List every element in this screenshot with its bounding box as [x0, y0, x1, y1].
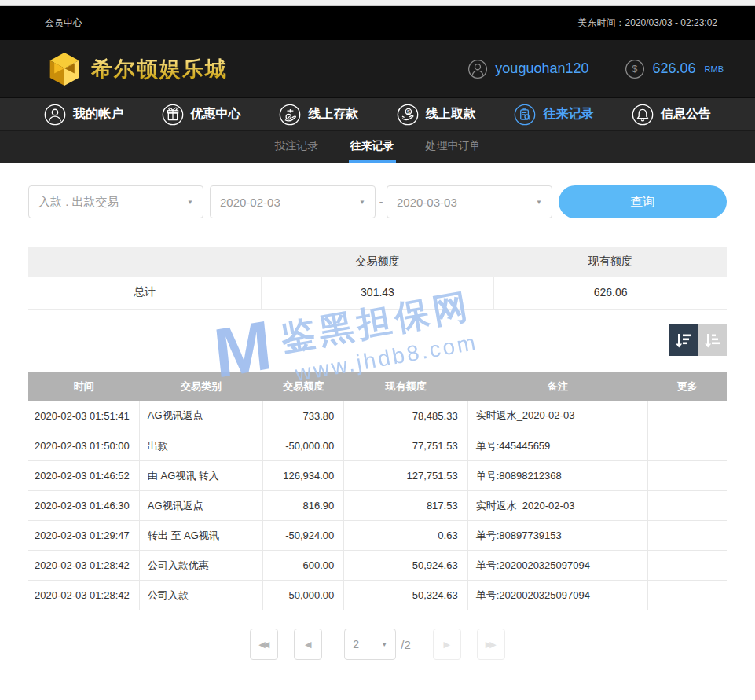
table-row: 2020-02-03 01:51:41 AG视讯返点 733.80 78,485…: [28, 401, 727, 431]
nav-item-transaction-records[interactable]: 往来记录: [514, 104, 593, 126]
nav-item-promotions[interactable]: 优惠中心: [162, 104, 241, 126]
balance-currency: RMB: [705, 64, 724, 74]
records-icon: [514, 104, 536, 126]
col-header-note: 备注: [467, 372, 647, 401]
main-nav: 我的帐户 优惠中心 线上存款: [0, 97, 755, 130]
sort-toolbar: [28, 324, 727, 356]
summary-total-row: 总计 301.43 626.06: [28, 277, 727, 309]
tab-pending-orders[interactable]: 处理中订单: [424, 131, 482, 163]
user-icon: [467, 59, 488, 79]
summary-total-label: 总计: [28, 277, 261, 309]
balance-display: $ 626.06 RMB: [625, 59, 724, 79]
content-area: 入款 . 出款交易 ▼ 2020-02-03 ▼ - 2020-03-03 ▼ …: [0, 185, 755, 660]
filter-row: 入款 . 出款交易 ▼ 2020-02-03 ▼ - 2020-03-03 ▼ …: [28, 185, 727, 218]
topbar: 会员中心 美东时间：2020/03/03 - 02:23:02: [0, 6, 755, 40]
nav-item-my-account[interactable]: 我的帐户: [44, 104, 123, 126]
table-row: 2020-02-03 01:46:30 AG视讯返点 816.90 817.53…: [28, 491, 727, 521]
page-title: 会员中心: [45, 16, 82, 30]
table-row: 2020-02-03 01:28:42 公司入款优惠 600.00 50,924…: [28, 551, 727, 581]
summary-table: 交易额度 现有额度 总计 301.43 626.06: [28, 247, 727, 310]
withdraw-icon: $: [397, 104, 419, 126]
table-row: 2020-02-03 01:50:00 出款 -50,000.00 77,751…: [28, 431, 727, 461]
sort-descending-button[interactable]: [669, 324, 698, 356]
user-account-link[interactable]: youguohan120: [467, 59, 588, 79]
deposit-icon: [279, 104, 301, 126]
tab-transaction-records[interactable]: 往来记录: [349, 131, 396, 163]
summary-total-balance: 626.06: [494, 277, 727, 309]
balance-amount: 626.06: [652, 60, 695, 77]
sort-descending-icon: [674, 331, 693, 350]
search-button[interactable]: 查询: [559, 185, 727, 218]
nav-item-announcements[interactable]: 信息公告: [632, 104, 711, 126]
left-arrow-icon: ◀: [305, 640, 311, 650]
table-row: 2020-02-03 01:29:47 转出 至 AG视讯 -50,924.00…: [28, 521, 727, 551]
double-left-arrow-icon: ◀◀: [258, 640, 267, 650]
last-page-button[interactable]: ▶▶: [477, 629, 505, 660]
summary-header-trade-amount: 交易额度: [261, 247, 493, 277]
site-header: 希尔顿娱乐城 youguohan120 $ 626.06 RMB: [0, 40, 755, 97]
gift-icon: [162, 104, 184, 126]
nav-item-deposit[interactable]: 线上存款: [279, 104, 358, 126]
username: youguohan120: [495, 60, 588, 77]
brand-name: 希尔顿娱乐城: [91, 55, 228, 83]
pagination: ◀◀ ◀ 2 ▼ /2 ▶ ▶▶: [28, 629, 727, 660]
server-time: 美东时间：2020/03/03 - 02:23:02: [578, 16, 717, 30]
col-header-amount: 交易额度: [263, 372, 344, 401]
nav-item-withdraw[interactable]: $ 线上取款: [397, 104, 476, 126]
tab-betting-records[interactable]: 投注记录: [273, 131, 321, 163]
page-total: /2: [401, 638, 411, 651]
table-header-row: 时间 交易类别 交易额度 现有额度 备注 更多: [28, 372, 727, 401]
summary-header-current-balance: 现有额度: [494, 247, 727, 277]
summary-header-empty: [28, 247, 261, 277]
svg-text:$: $: [632, 64, 638, 75]
date-from-select[interactable]: 2020-02-03 ▼: [210, 185, 376, 218]
brand-link[interactable]: 希尔顿娱乐城: [47, 51, 228, 87]
right-arrow-icon: ▶: [444, 640, 450, 650]
previous-page-button[interactable]: ◀: [294, 629, 322, 660]
user-icon: [44, 104, 66, 126]
summary-total-trade: 301.43: [261, 277, 493, 309]
table-row: 2020-02-03 01:28:42 公司入款 50,000.00 50,32…: [28, 581, 727, 610]
chevron-down-icon: ▼: [359, 199, 365, 206]
logo-cube-icon: [47, 51, 82, 87]
transactions-table: 时间 交易类别 交易额度 现有额度 备注 更多 2020-02-03 01:51…: [28, 372, 727, 611]
subnav: 投注记录 往来记录 处理中订单: [0, 130, 755, 163]
transaction-type-select[interactable]: 入款 . 出款交易 ▼: [28, 185, 203, 218]
chevron-down-icon: ▼: [536, 199, 542, 206]
page-select[interactable]: 2 ▼: [344, 629, 396, 660]
chevron-down-icon: ▼: [381, 641, 387, 648]
bell-icon: [632, 104, 654, 126]
next-page-button[interactable]: ▶: [433, 629, 461, 660]
col-header-more: 更多: [648, 372, 728, 401]
browser-top-strip: [0, 0, 755, 6]
date-to-select[interactable]: 2020-03-03 ▼: [387, 185, 552, 218]
chevron-down-icon: ▼: [187, 199, 193, 206]
col-header-type: 交易类别: [139, 372, 262, 401]
date-range-separator: -: [376, 196, 387, 208]
sort-ascending-button[interactable]: [698, 324, 727, 356]
svg-text:$: $: [407, 108, 410, 114]
first-page-button[interactable]: ◀◀: [250, 629, 278, 660]
table-row: 2020-02-03 01:46:52 由 AG视讯 转入 126,934.00…: [28, 461, 727, 491]
double-right-arrow-icon: ▶▶: [486, 640, 494, 650]
col-header-time: 时间: [28, 372, 139, 401]
dollar-icon: $: [625, 59, 645, 79]
sort-ascending-icon: [703, 331, 722, 350]
col-header-balance: 现有额度: [344, 372, 467, 401]
